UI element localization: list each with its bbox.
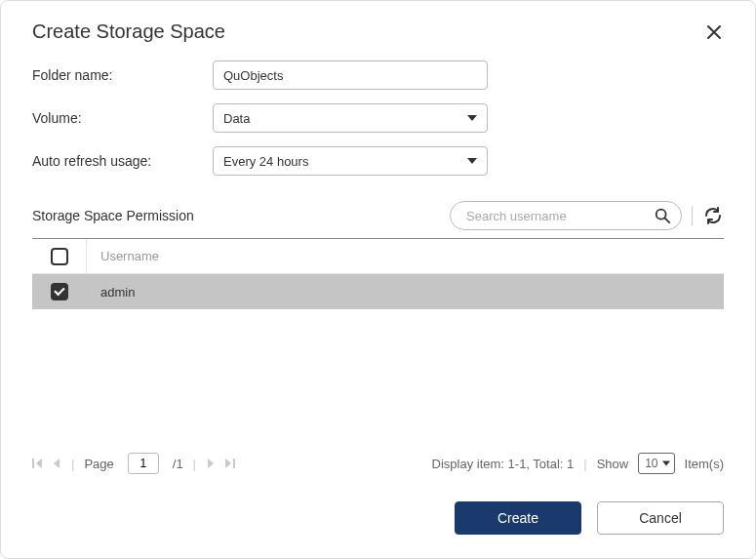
folder-name-input[interactable] <box>213 60 488 90</box>
column-username[interactable]: Username <box>87 239 724 273</box>
select-all-checkbox[interactable] <box>51 248 68 265</box>
pagination: | Page /1 | Display item: 1-1, Total: 1 … <box>32 443 724 474</box>
total-pages: /1 <box>173 457 183 471</box>
pagination-left: | Page /1 | <box>32 453 235 474</box>
items-label: Item(s) <box>685 457 724 471</box>
folder-name-row: Folder name: <box>32 60 724 90</box>
page-label: Page <box>84 457 113 471</box>
auto-refresh-row: Auto refresh usage: Every 24 hours <box>32 146 724 176</box>
chevron-down-icon <box>662 461 670 466</box>
first-page-button[interactable] <box>32 457 42 470</box>
table-row[interactable]: admin <box>32 274 724 309</box>
auto-refresh-select[interactable]: Every 24 hours <box>213 146 488 176</box>
chevron-down-icon <box>467 115 477 121</box>
display-summary: Display item: 1-1, Total: 1 <box>432 457 575 471</box>
show-label: Show <box>597 457 629 471</box>
page-size-value: 10 <box>645 457 657 470</box>
divider: | <box>71 457 74 471</box>
divider <box>692 206 693 225</box>
volume-value: Data <box>223 111 250 126</box>
search-icon[interactable] <box>654 207 671 224</box>
table-body: admin <box>32 274 724 443</box>
auto-refresh-value: Every 24 hours <box>223 154 308 169</box>
close-button[interactable] <box>704 22 724 42</box>
prev-page-button[interactable] <box>52 457 61 470</box>
next-page-button[interactable] <box>206 457 216 470</box>
permission-table: Username admin <box>32 239 724 443</box>
dialog-header: Create Storage Space <box>32 20 724 43</box>
row-check-cell <box>32 274 87 309</box>
permission-header: Storage Space Permission <box>32 201 724 239</box>
create-button[interactable]: Create <box>455 501 581 535</box>
folder-name-label: Folder name: <box>32 67 213 83</box>
divider: | <box>583 457 586 471</box>
table-header: Username <box>32 239 724 274</box>
permission-tools <box>450 201 724 230</box>
create-storage-space-dialog: Create Storage Space Folder name: Volume… <box>0 0 756 559</box>
cancel-button[interactable]: Cancel <box>597 501 724 535</box>
row-checkbox[interactable] <box>51 283 68 300</box>
page-input[interactable] <box>128 453 159 474</box>
dialog-title: Create Storage Space <box>32 20 225 43</box>
volume-select[interactable]: Data <box>213 103 488 133</box>
permission-title: Storage Space Permission <box>32 208 194 223</box>
row-username: admin <box>87 274 724 309</box>
refresh-icon <box>703 206 723 225</box>
chevron-down-icon <box>467 158 477 164</box>
volume-label: Volume: <box>32 110 213 126</box>
search-username-input[interactable] <box>464 208 654 224</box>
dialog-footer: Create Cancel <box>32 501 724 535</box>
refresh-button[interactable] <box>702 205 724 226</box>
last-page-button[interactable] <box>225 457 235 470</box>
search-username-wrap <box>450 201 682 230</box>
divider: | <box>193 457 196 471</box>
volume-row: Volume: Data <box>32 103 724 133</box>
pagination-right: Display item: 1-1, Total: 1 | Show 10 It… <box>432 453 724 474</box>
auto-refresh-label: Auto refresh usage: <box>32 153 213 169</box>
page-size-select[interactable]: 10 <box>638 453 674 474</box>
select-all-cell <box>32 239 87 273</box>
close-icon <box>706 24 722 40</box>
